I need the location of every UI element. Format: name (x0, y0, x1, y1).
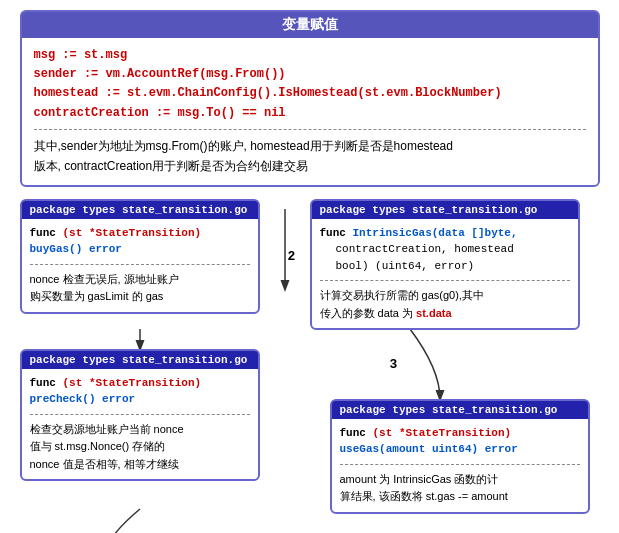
card-use-gas-func: func (st *StateTransition) useGas(amount… (340, 425, 580, 458)
code-block: msg := st.msg sender := vm.AccountRef(ms… (34, 46, 586, 123)
top-description: 其中,sender为地址为msg.From()的账户, homestead用于判… (34, 136, 586, 177)
card-buy-gas-content: func (st *StateTransition) buyGas() erro… (22, 219, 258, 312)
lower-area: 1 2 3 4 package types state_transition.g… (20, 199, 600, 533)
divider-intrinsic (320, 280, 570, 281)
card-intrinsic-gas-func: func IntrinsicGas(data []byte, contractC… (320, 225, 570, 275)
card-use-gas-title: package types state_transition.go (332, 401, 588, 419)
card-pre-check-content: func (st *StateTransition) preCheck() er… (22, 369, 258, 480)
top-box-content: msg := st.msg sender := vm.AccountRef(ms… (22, 38, 598, 185)
divider-1 (34, 129, 586, 130)
code-line-3: homestead := st.evm.ChainConfig().IsHome… (34, 86, 502, 100)
card-intrinsic-gas-content: func IntrinsicGas(data []byte, contractC… (312, 219, 578, 329)
arrow-label-3: 3 (390, 357, 398, 372)
divider-pre-check (30, 414, 250, 415)
card-buy-gas-func: func (st *StateTransition) buyGas() erro… (30, 225, 250, 258)
card-buy-gas-title: package types state_transition.go (22, 201, 258, 219)
card-pre-check-title: package types state_transition.go (22, 351, 258, 369)
card-intrinsic-gas-desc: 计算交易执行所需的 gas(g0),其中传入的参数 data 为 st.data (320, 287, 570, 322)
card-use-gas-desc: amount 为 IntrinsicGas 函数的计算结果, 该函数将 st.g… (340, 471, 580, 506)
card-use-gas: package types state_transition.go func (… (330, 399, 590, 514)
card-intrinsic-gas-title: package types state_transition.go (312, 201, 578, 219)
top-box: 变量赋值 msg := st.msg sender := vm.AccountR… (20, 10, 600, 187)
arrow-label-2: 2 (288, 249, 296, 264)
card-use-gas-content: func (st *StateTransition) useGas(amount… (332, 419, 588, 512)
code-line-4: contractCreation := msg.To() == nil (34, 106, 286, 120)
main-container: 变量赋值 msg := st.msg sender := vm.AccountR… (0, 0, 619, 533)
top-box-title: 变量赋值 (22, 12, 598, 38)
card-buy-gas: package types state_transition.go func (… (20, 199, 260, 314)
divider-use-gas (340, 464, 580, 465)
card-intrinsic-gas: package types state_transition.go func I… (310, 199, 580, 331)
card-buy-gas-desc: nonce 检查无误后, 源地址账户购买数量为 gasLimit 的 gas (30, 271, 250, 306)
code-line-1: msg := st.msg (34, 48, 128, 62)
card-pre-check-func: func (st *StateTransition) preCheck() er… (30, 375, 250, 408)
divider-buy-gas (30, 264, 250, 265)
code-line-2: sender := vm.AccountRef(msg.From()) (34, 67, 286, 81)
card-pre-check: package types state_transition.go func (… (20, 349, 260, 482)
card-pre-check-desc: 检查交易源地址账户当前 nonce值与 st.msg.Nonce() 存储的no… (30, 421, 250, 474)
